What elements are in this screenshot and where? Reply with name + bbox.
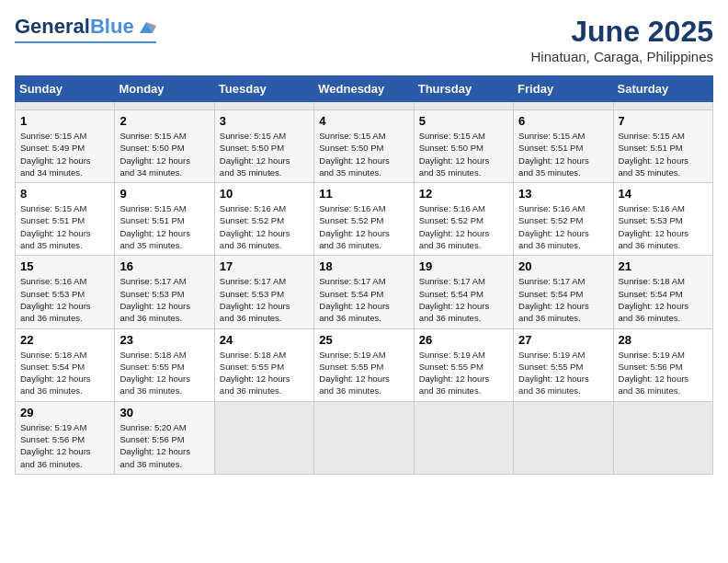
day-number: 25 bbox=[319, 333, 408, 347]
weekday-header-friday: Friday bbox=[514, 76, 613, 102]
weekday-header-row: SundayMondayTuesdayWednesdayThursdayFrid… bbox=[16, 76, 713, 102]
day-info: Sunrise: 5:16 AM Sunset: 5:52 PM Dayligh… bbox=[220, 202, 309, 251]
weekday-header-tuesday: Tuesday bbox=[214, 76, 313, 102]
day-info: Sunrise: 5:20 AM Sunset: 5:56 PM Dayligh… bbox=[119, 421, 209, 470]
day-info: Sunrise: 5:16 AM Sunset: 5:52 PM Dayligh… bbox=[419, 202, 508, 251]
day-info: Sunrise: 5:19 AM Sunset: 5:55 PM Dayligh… bbox=[518, 349, 608, 397]
calendar-cell: 8Sunrise: 5:15 AM Sunset: 5:51 PM Daylig… bbox=[16, 183, 115, 256]
day-info: Sunrise: 5:15 AM Sunset: 5:50 PM Dayligh… bbox=[319, 130, 408, 178]
day-info: Sunrise: 5:15 AM Sunset: 5:51 PM Dayligh… bbox=[619, 130, 708, 178]
day-info: Sunrise: 5:18 AM Sunset: 5:54 PM Dayligh… bbox=[20, 349, 109, 397]
day-info: Sunrise: 5:15 AM Sunset: 5:51 PM Dayligh… bbox=[518, 130, 608, 178]
day-number: 19 bbox=[419, 259, 508, 273]
day-number: 8 bbox=[20, 187, 109, 201]
calendar-cell: 6Sunrise: 5:15 AM Sunset: 5:51 PM Daylig… bbox=[514, 110, 613, 183]
day-info: Sunrise: 5:16 AM Sunset: 5:52 PM Dayligh… bbox=[319, 202, 408, 251]
day-number: 22 bbox=[20, 333, 109, 347]
day-number: 7 bbox=[619, 114, 708, 128]
weekday-header-saturday: Saturday bbox=[613, 76, 712, 102]
day-info: Sunrise: 5:18 AM Sunset: 5:54 PM Dayligh… bbox=[619, 275, 708, 324]
day-number: 1 bbox=[20, 114, 109, 128]
weekday-header-monday: Monday bbox=[115, 76, 214, 102]
day-number: 18 bbox=[319, 259, 408, 273]
calendar-cell bbox=[613, 102, 712, 110]
calendar-week-4: 15Sunrise: 5:16 AM Sunset: 5:53 PM Dayli… bbox=[16, 256, 713, 328]
day-number: 6 bbox=[518, 114, 608, 128]
calendar-cell: 20Sunrise: 5:17 AM Sunset: 5:54 PM Dayli… bbox=[514, 256, 613, 328]
day-number: 23 bbox=[119, 333, 209, 347]
day-number: 14 bbox=[619, 187, 708, 201]
day-info: Sunrise: 5:16 AM Sunset: 5:53 PM Dayligh… bbox=[20, 275, 109, 324]
day-number: 21 bbox=[619, 259, 708, 273]
calendar-week-3: 8Sunrise: 5:15 AM Sunset: 5:51 PM Daylig… bbox=[16, 183, 713, 256]
day-info: Sunrise: 5:17 AM Sunset: 5:54 PM Dayligh… bbox=[518, 275, 608, 324]
calendar-cell: 11Sunrise: 5:16 AM Sunset: 5:52 PM Dayli… bbox=[314, 183, 414, 256]
calendar-cell: 3Sunrise: 5:15 AM Sunset: 5:50 PM Daylig… bbox=[214, 110, 313, 183]
day-info: Sunrise: 5:15 AM Sunset: 5:51 PM Dayligh… bbox=[119, 202, 209, 251]
day-number: 15 bbox=[20, 259, 109, 273]
day-number: 17 bbox=[220, 259, 309, 273]
title-block: June 2025 Hinatuan, Caraga, Philippines bbox=[531, 15, 713, 64]
calendar-week-2: 1Sunrise: 5:15 AM Sunset: 5:49 PM Daylig… bbox=[16, 110, 713, 183]
calendar-cell: 9Sunrise: 5:15 AM Sunset: 5:51 PM Daylig… bbox=[115, 183, 214, 256]
calendar-cell: 1Sunrise: 5:15 AM Sunset: 5:49 PM Daylig… bbox=[16, 110, 115, 183]
calendar-cell bbox=[514, 401, 613, 474]
calendar-cell bbox=[314, 102, 414, 110]
calendar-cell: 25Sunrise: 5:19 AM Sunset: 5:55 PM Dayli… bbox=[314, 328, 414, 401]
logo-general: General bbox=[15, 15, 90, 39]
weekday-header-sunday: Sunday bbox=[16, 76, 115, 102]
calendar-cell bbox=[314, 401, 414, 474]
calendar-cell bbox=[214, 401, 313, 474]
day-info: Sunrise: 5:19 AM Sunset: 5:55 PM Dayligh… bbox=[319, 349, 408, 397]
calendar-cell: 4Sunrise: 5:15 AM Sunset: 5:50 PM Daylig… bbox=[314, 110, 414, 183]
day-number: 2 bbox=[119, 114, 209, 128]
day-info: Sunrise: 5:17 AM Sunset: 5:54 PM Dayligh… bbox=[319, 275, 408, 324]
calendar-cell: 19Sunrise: 5:17 AM Sunset: 5:54 PM Dayli… bbox=[414, 256, 513, 328]
day-info: Sunrise: 5:16 AM Sunset: 5:53 PM Dayligh… bbox=[619, 202, 708, 251]
calendar-cell: 10Sunrise: 5:16 AM Sunset: 5:52 PM Dayli… bbox=[214, 183, 313, 256]
day-info: Sunrise: 5:15 AM Sunset: 5:50 PM Dayligh… bbox=[419, 130, 508, 178]
day-number: 10 bbox=[220, 187, 309, 201]
calendar-cell: 14Sunrise: 5:16 AM Sunset: 5:53 PM Dayli… bbox=[613, 183, 712, 256]
day-number: 20 bbox=[518, 259, 608, 273]
calendar-cell: 24Sunrise: 5:18 AM Sunset: 5:55 PM Dayli… bbox=[214, 328, 313, 401]
calendar-week-5: 22Sunrise: 5:18 AM Sunset: 5:54 PM Dayli… bbox=[16, 328, 713, 401]
calendar-cell: 21Sunrise: 5:18 AM Sunset: 5:54 PM Dayli… bbox=[613, 256, 712, 328]
calendar-table: SundayMondayTuesdayWednesdayThursdayFrid… bbox=[15, 75, 713, 475]
day-number: 26 bbox=[419, 333, 508, 347]
calendar-cell: 7Sunrise: 5:15 AM Sunset: 5:51 PM Daylig… bbox=[613, 110, 712, 183]
day-number: 9 bbox=[119, 187, 209, 201]
calendar-cell bbox=[414, 102, 513, 110]
day-number: 11 bbox=[319, 187, 408, 201]
calendar-cell: 13Sunrise: 5:16 AM Sunset: 5:52 PM Dayli… bbox=[514, 183, 613, 256]
calendar-cell: 2Sunrise: 5:15 AM Sunset: 5:50 PM Daylig… bbox=[115, 110, 214, 183]
day-number: 29 bbox=[20, 406, 109, 419]
day-number: 3 bbox=[220, 114, 309, 128]
day-number: 13 bbox=[518, 187, 608, 201]
day-info: Sunrise: 5:16 AM Sunset: 5:52 PM Dayligh… bbox=[518, 202, 608, 251]
day-info: Sunrise: 5:17 AM Sunset: 5:53 PM Dayligh… bbox=[119, 275, 209, 324]
calendar-cell: 18Sunrise: 5:17 AM Sunset: 5:54 PM Dayli… bbox=[314, 256, 414, 328]
calendar-cell: 16Sunrise: 5:17 AM Sunset: 5:53 PM Dayli… bbox=[115, 256, 214, 328]
day-number: 16 bbox=[119, 259, 209, 273]
day-info: Sunrise: 5:17 AM Sunset: 5:53 PM Dayligh… bbox=[220, 275, 309, 324]
day-number: 24 bbox=[220, 333, 309, 347]
calendar-cell: 15Sunrise: 5:16 AM Sunset: 5:53 PM Dayli… bbox=[16, 256, 115, 328]
day-number: 27 bbox=[518, 333, 608, 347]
weekday-header-wednesday: Wednesday bbox=[314, 76, 414, 102]
calendar-cell bbox=[214, 102, 313, 110]
day-number: 4 bbox=[319, 114, 408, 128]
day-info: Sunrise: 5:15 AM Sunset: 5:50 PM Dayligh… bbox=[119, 130, 209, 178]
day-info: Sunrise: 5:19 AM Sunset: 5:56 PM Dayligh… bbox=[20, 421, 109, 470]
calendar-cell bbox=[613, 401, 712, 474]
logo-blue: Blue bbox=[90, 15, 134, 39]
calendar-cell bbox=[414, 401, 513, 474]
day-info: Sunrise: 5:17 AM Sunset: 5:54 PM Dayligh… bbox=[419, 275, 508, 324]
calendar-cell: 12Sunrise: 5:16 AM Sunset: 5:52 PM Dayli… bbox=[414, 183, 513, 256]
calendar-cell: 23Sunrise: 5:18 AM Sunset: 5:55 PM Dayli… bbox=[115, 328, 214, 401]
page-subtitle: Hinatuan, Caraga, Philippines bbox=[531, 49, 713, 64]
calendar-cell: 17Sunrise: 5:17 AM Sunset: 5:53 PM Dayli… bbox=[214, 256, 313, 328]
day-number: 30 bbox=[119, 406, 209, 419]
day-info: Sunrise: 5:19 AM Sunset: 5:56 PM Dayligh… bbox=[619, 349, 708, 397]
day-number: 28 bbox=[619, 333, 708, 347]
